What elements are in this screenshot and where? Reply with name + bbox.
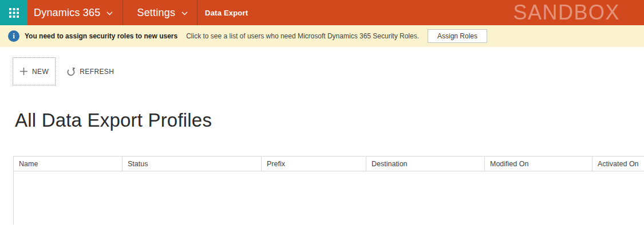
refresh-button-label: REFRESH xyxy=(80,68,114,76)
plus-icon xyxy=(19,67,28,76)
view-title: All Data Export Profiles xyxy=(15,109,644,131)
breadcrumb-current-page: Data Export xyxy=(197,0,248,25)
top-nav-bar: Dynamics 365 Settings Data Export SANDBO… xyxy=(0,0,644,25)
notification-bar: i You need to assign security roles to n… xyxy=(0,25,644,47)
area-title: Settings xyxy=(137,7,175,19)
refresh-button[interactable]: REFRESH xyxy=(60,57,121,85)
sandbox-watermark: SANDBOX xyxy=(513,0,620,25)
grid-body-empty xyxy=(14,171,644,225)
grid-header-row: Name Status Prefix Destination Modified … xyxy=(14,156,644,171)
app-launcher-button[interactable] xyxy=(0,0,27,25)
page-label: Data Export xyxy=(205,9,248,17)
column-header-name[interactable]: Name xyxy=(14,156,122,171)
chevron-down-icon xyxy=(106,11,113,15)
waffle-icon xyxy=(9,8,19,18)
notification-title: You need to assign security roles to new… xyxy=(25,32,177,40)
new-button-label: NEW xyxy=(32,68,49,76)
refresh-icon xyxy=(66,67,76,76)
nav-area-menu-settings[interactable]: Settings xyxy=(123,0,197,25)
chevron-down-icon xyxy=(181,11,188,15)
notification-message-link[interactable]: Click to see a list of users who need Mi… xyxy=(186,32,419,40)
new-button[interactable]: NEW xyxy=(13,57,56,85)
column-header-prefix[interactable]: Prefix xyxy=(261,156,366,171)
command-bar: NEW REFRESH xyxy=(0,57,644,85)
column-header-activated-on[interactable]: Activated On xyxy=(592,156,644,171)
data-export-profiles-grid: Name Status Prefix Destination Modified … xyxy=(13,156,644,225)
column-header-destination[interactable]: Destination xyxy=(366,156,484,171)
nav-spacer xyxy=(248,0,513,25)
assign-roles-button[interactable]: Assign Roles xyxy=(428,29,487,43)
app-title: Dynamics 365 xyxy=(34,7,100,19)
nav-app-menu-dynamics365[interactable]: Dynamics 365 xyxy=(27,0,123,25)
column-header-status[interactable]: Status xyxy=(122,156,261,171)
column-header-modified-on[interactable]: Modified On xyxy=(484,156,592,171)
info-icon: i xyxy=(8,30,19,42)
